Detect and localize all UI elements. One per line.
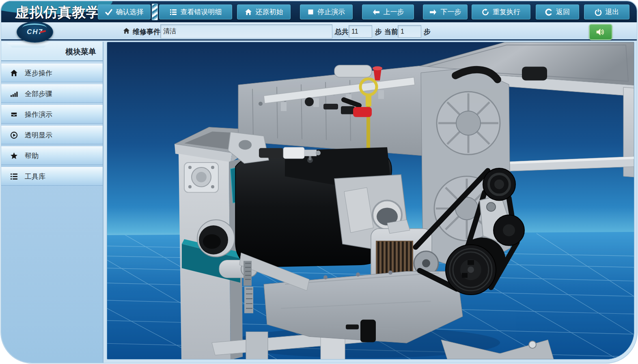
event-input[interactable]: 清洁	[160, 24, 332, 39]
sidebar-header: 模块菜单	[1, 42, 103, 61]
button-label: 停止演示	[317, 7, 345, 17]
restore-initial-button[interactable]: 还原初始	[237, 4, 291, 19]
engine-3d-scene[interactable]	[107, 42, 634, 359]
power-icon	[595, 9, 602, 16]
total-unit-label: 步	[375, 27, 382, 36]
module-sidebar: 模块菜单 逐步操作 全部步骤 操作演示 透明显示 帮助	[1, 42, 103, 363]
current-label: 当前	[384, 27, 398, 36]
sidebar-item-label: 工具库	[25, 172, 45, 181]
home-icon	[10, 69, 18, 77]
sidebar-item-label: 逐步操作	[25, 69, 52, 78]
button-label: 退出	[606, 7, 619, 17]
star-icon	[10, 152, 18, 160]
button-label: 查看错误明细	[181, 7, 222, 17]
play-circle-icon	[10, 131, 18, 139]
button-label: 返回	[556, 7, 570, 17]
home-icon	[245, 9, 252, 16]
button-label: 还原初始	[256, 7, 283, 17]
bars-icon	[10, 90, 18, 98]
current-unit-label: 步	[424, 27, 431, 36]
sidebar-item-operation-demo[interactable]: 操作演示	[1, 105, 103, 124]
event-label: 维修事件:	[133, 27, 163, 36]
previous-step-button[interactable]: 上一步	[362, 4, 414, 19]
total-steps-input[interactable]: 11	[349, 25, 372, 38]
app-window: 虚拟仿真教学 确认选择 查看错误明细 还原初始 停止演示 上一步 下一步 重	[0, 0, 638, 364]
current-step-input[interactable]: 1	[398, 25, 421, 38]
app-title: 虚拟仿真教学	[15, 3, 98, 22]
badge-letters: CH7	[27, 28, 43, 36]
info-bar: 维修事件: 清洁 总共 11 步 当前 1 步	[1, 22, 637, 41]
arrow-left-icon	[372, 9, 380, 15]
sidebar-item-tool-library[interactable]: 工具库	[1, 167, 103, 186]
module-menu: 逐步操作 全部步骤 操作演示 透明显示 帮助 工具库	[1, 64, 103, 186]
sidebar-item-label: 帮助	[25, 151, 39, 161]
refresh-icon	[482, 9, 489, 16]
viewport-3d[interactable]	[107, 42, 634, 360]
top-toolbar: 虚拟仿真教学 确认选择 查看错误明细 还原初始 停止演示 上一步 下一步 重	[1, 1, 637, 22]
sidebar-item-label: 透明显示	[25, 131, 52, 140]
return-button[interactable]: 返回	[536, 4, 579, 19]
button-label: 确认选择	[116, 7, 144, 17]
return-icon	[545, 9, 552, 16]
button-label: 下一步	[441, 7, 461, 17]
sidebar-item-label: 操作演示	[25, 110, 52, 119]
toolbar-stripe-divider	[152, 4, 158, 20]
total-steps-value: 11	[351, 28, 358, 35]
repeat-execution-button[interactable]: 重复执行	[472, 4, 530, 19]
arrow-right-icon	[429, 9, 437, 15]
next-step-button[interactable]: 下一步	[423, 4, 468, 19]
confirm-selection-button[interactable]: 确认选择	[98, 4, 151, 19]
total-label: 总共	[335, 27, 349, 36]
red-plug	[353, 107, 372, 117]
list-icon	[170, 9, 177, 16]
stop-demo-button[interactable]: 停止演示	[300, 4, 353, 19]
list-icon	[10, 173, 18, 180]
brand-badge-icon: CH7	[17, 21, 53, 43]
sidebar-item-label: 全部步骤	[25, 89, 52, 98]
event-value: 清洁	[163, 27, 176, 36]
sidebar-item-all-steps[interactable]: 全部步骤	[1, 84, 103, 103]
sidebar-item-step-by-step[interactable]: 逐步操作	[1, 64, 103, 82]
breather-cap	[334, 65, 372, 77]
button-label: 上一步	[384, 7, 404, 17]
view-error-details-button[interactable]: 查看错误明细	[159, 4, 232, 19]
sidebar-item-help[interactable]: 帮助	[1, 146, 103, 165]
home-icon	[123, 28, 130, 34]
check-icon	[105, 9, 112, 16]
button-label: 重复执行	[493, 7, 520, 17]
stop-icon	[308, 9, 314, 15]
exit-button[interactable]: 退出	[584, 4, 629, 19]
current-step-value: 1	[401, 28, 404, 35]
speaker-icon	[596, 28, 606, 36]
oil-pan-sensor	[360, 320, 376, 343]
sound-toggle-button[interactable]	[589, 24, 612, 40]
tray-icon	[10, 111, 18, 118]
sidebar-item-transparent-display[interactable]: 透明显示	[1, 126, 103, 144]
